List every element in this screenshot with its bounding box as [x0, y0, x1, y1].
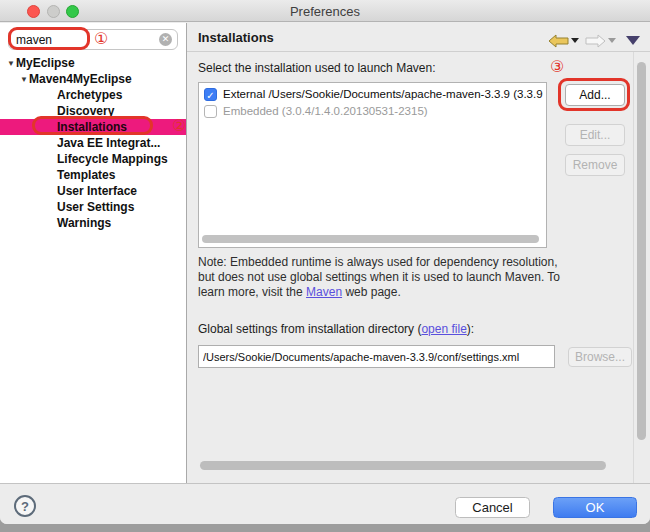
checkbox-checked-icon[interactable]: ✓ [204, 88, 217, 101]
clear-search-icon[interactable]: ✕ [159, 33, 172, 46]
open-file-link[interactable]: open file [421, 322, 466, 336]
title-bar: Preferences [0, 0, 650, 22]
sidebar-item-lifecycle-mappings[interactable]: Lifecycle Mappings [0, 151, 186, 167]
preferences-window: Preferences ✕ ▼ MyEclipse ▼ Maven4MyEcli… [0, 0, 650, 524]
disclosure-triangle-icon[interactable]: ▼ [7, 56, 15, 72]
cancel-button[interactable]: Cancel [455, 497, 530, 518]
help-button[interactable]: ? [14, 495, 36, 517]
tree-item-label: User Settings [0, 200, 134, 214]
tree-item-label: Warnings [0, 216, 111, 230]
sidebar-item-discovery[interactable]: Discovery [0, 103, 186, 119]
disclosure-triangle-icon[interactable]: ▼ [20, 72, 28, 88]
sidebar-item-templates[interactable]: Templates [0, 167, 186, 183]
forward-history-dropdown-icon[interactable] [608, 38, 616, 43]
ok-button[interactable]: OK [553, 497, 637, 518]
sidebar-item-java-ee-integration[interactable]: Java EE Integrat... [0, 135, 186, 151]
tree-item-label: Java EE Integrat... [0, 136, 160, 150]
back-arrow-icon[interactable] [548, 34, 569, 48]
list-item-embedded-maven[interactable]: Embedded (3.0.4/1.4.0.20130531-2315) [199, 103, 546, 120]
preferences-tree: ▼ MyEclipse ▼ Maven4MyEclipse Archetypes… [0, 55, 186, 231]
browse-button[interactable]: Browse... [568, 347, 632, 367]
tree-item-label: User Interface [0, 184, 137, 198]
embedded-runtime-note: Note: Embedded runtime is always used fo… [198, 255, 560, 300]
sidebar-item-user-settings[interactable]: User Settings [0, 199, 186, 215]
pane-horizontal-scrollbar[interactable] [189, 460, 633, 471]
history-navigation [548, 31, 640, 47]
edit-button[interactable]: Edit... [565, 124, 625, 146]
scrollbar-thumb[interactable] [202, 235, 539, 243]
tree-item-label: Templates [0, 168, 115, 182]
sidebar-item-user-interface[interactable]: User Interface [0, 183, 186, 199]
checkbox-unchecked-icon[interactable] [204, 105, 217, 118]
tree-item-label: Installations [0, 120, 127, 134]
filter-search-field[interactable]: ✕ [8, 29, 178, 50]
list-item-external-maven[interactable]: ✓ External /Users/Sookie/Documents/apach… [199, 86, 546, 103]
installations-list[interactable]: ✓ External /Users/Sookie/Documents/apach… [198, 82, 547, 248]
back-history-dropdown-icon[interactable] [571, 38, 579, 43]
header-separator [187, 51, 650, 52]
installation-label: Embedded (3.0.4/1.4.0.20130531-2315) [223, 105, 428, 117]
page-title: Installations [198, 30, 274, 45]
sidebar-item-archetypes[interactable]: Archetypes [0, 87, 186, 103]
add-button[interactable]: Add... [565, 84, 625, 106]
note-text-after: web page. [342, 285, 401, 299]
global-settings-text-after: ): [467, 322, 474, 336]
tree-item-label: Lifecycle Mappings [0, 152, 168, 166]
global-settings-text: Global settings from installation direct… [198, 322, 421, 336]
dialog-footer: ? Cancel OK [0, 483, 650, 524]
global-settings-label: Global settings from installation direct… [198, 322, 474, 336]
select-installation-label: Select the installation used to launch M… [198, 61, 435, 75]
scrollbar-thumb[interactable] [200, 461, 606, 470]
scrollbar-thumb[interactable] [637, 62, 646, 440]
search-input[interactable] [16, 31, 146, 48]
tree-item-label: Discovery [0, 104, 114, 118]
window-title: Preferences [0, 4, 650, 19]
settings-path-field[interactable] [198, 345, 555, 368]
maven-link[interactable]: Maven [306, 285, 342, 299]
pane-vertical-scrollbar[interactable] [633, 52, 650, 483]
forward-arrow-icon[interactable] [585, 34, 606, 48]
installation-label: External /Users/Sookie/Documents/apache-… [223, 88, 543, 100]
list-horizontal-scrollbar[interactable] [201, 235, 544, 244]
remove-button[interactable]: Remove [565, 154, 625, 176]
installations-pane: Installations Select the installation us… [187, 23, 650, 483]
annotation-number-3: ③ [550, 59, 564, 75]
tree-item-label: Archetypes [0, 88, 122, 102]
sidebar-item-myeclipse[interactable]: ▼ MyEclipse [0, 55, 186, 71]
view-menu-icon[interactable] [626, 36, 640, 45]
sidebar-item-warnings[interactable]: Warnings [0, 215, 186, 231]
sidebar-item-installations[interactable]: Installations [0, 119, 186, 135]
sidebar-item-maven4myeclipse[interactable]: ▼ Maven4MyEclipse [0, 71, 186, 87]
preferences-sidebar: ✕ ▼ MyEclipse ▼ Maven4MyEclipse Archetyp… [0, 23, 186, 483]
